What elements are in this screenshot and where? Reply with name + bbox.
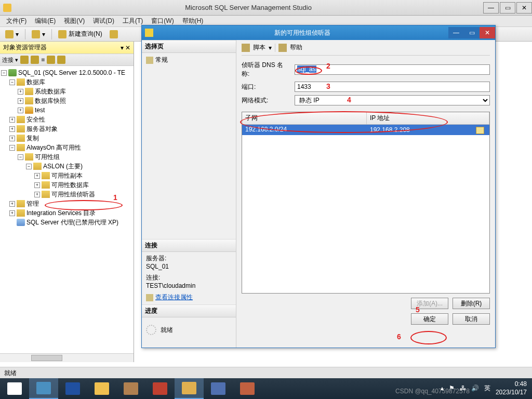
tree-aslon[interactable]: ASLON (主要): [43, 162, 83, 171]
close-button[interactable]: ✕: [516, 2, 532, 14]
expand-icon[interactable]: −: [9, 79, 15, 85]
folder-icon: [17, 144, 25, 151]
folder-icon: [42, 172, 50, 179]
page-icon: [146, 57, 153, 64]
expand-icon[interactable]: −: [18, 154, 23, 160]
connect-dropdown[interactable]: 连接 ▾: [2, 56, 18, 64]
add-button[interactable]: 添加(A)...: [411, 298, 448, 309]
dialog-titlebar[interactable]: 新的可用性组侦听器 — ▭ ✕: [142, 25, 495, 40]
dialog-minimize-button[interactable]: —: [448, 27, 464, 38]
connection-label: 连接:: [146, 273, 232, 282]
new-query-button[interactable]: 新建查询(N): [55, 29, 105, 39]
tree-test-db[interactable]: test: [35, 107, 45, 114]
toolbar-forward[interactable]: ▾: [29, 29, 48, 39]
server-value: SQL_01: [146, 263, 232, 270]
subnet-row[interactable]: 192.168.2.0/24 192.168.2.208: [242, 125, 489, 135]
folder-icon: [42, 191, 50, 198]
status-ready: 就绪: [4, 369, 17, 377]
dialog-icon: [145, 29, 153, 37]
taskbar-file-explorer[interactable]: [87, 378, 116, 399]
help-button[interactable]: 帮助: [290, 43, 302, 52]
subnet-column-header[interactable]: 子网: [242, 112, 367, 124]
ok-button[interactable]: 确定: [411, 313, 448, 325]
tree-security[interactable]: 安全性: [26, 115, 45, 124]
expand-icon[interactable]: +: [9, 117, 15, 123]
expand-icon[interactable]: +: [9, 136, 15, 141]
object-explorer-tree[interactable]: −SQL_01 (SQL Server 12.0.5000.0 - TE −数据…: [0, 66, 134, 353]
expand-icon[interactable]: +: [9, 201, 15, 207]
dns-name-input[interactable]: sql_as: [295, 64, 490, 75]
tree-integration[interactable]: Integration Services 目录: [26, 209, 96, 218]
tree-sql-agent[interactable]: SQL Server 代理(已禁用代理 XP): [26, 218, 118, 227]
menu-debug[interactable]: 调试(D): [89, 16, 118, 26]
tree-db-snapshot[interactable]: 数据库快照: [35, 97, 66, 105]
tray-date[interactable]: 2023/10/17: [496, 389, 527, 397]
tree-ag-databases[interactable]: 可用性数据库: [51, 181, 89, 190]
agent-icon: [17, 219, 25, 226]
expand-icon[interactable]: −: [1, 70, 7, 76]
tree-sys-db[interactable]: 系统数据库: [35, 87, 66, 96]
object-explorer-titlebar: 对象资源管理器 ▾ ✕: [0, 42, 134, 54]
menu-file[interactable]: 文件(F): [2, 16, 31, 26]
new-query-label: 新建查询(N): [69, 30, 102, 38]
expand-icon[interactable]: −: [26, 164, 32, 169]
taskbar-config[interactable]: [116, 378, 145, 399]
folder-icon: [17, 78, 25, 86]
network-mode-select[interactable]: 静态 IP: [295, 95, 490, 105]
tree-ag-group[interactable]: 可用性组: [35, 153, 60, 162]
tree-server-root[interactable]: SQL_01 (SQL Server 12.0.5000.0 - TE: [18, 69, 125, 76]
edit-row-icon[interactable]: [476, 127, 484, 134]
minimize-button[interactable]: —: [483, 2, 499, 14]
maximize-button[interactable]: ▭: [500, 2, 515, 14]
cancel-button[interactable]: 取消: [453, 313, 490, 325]
script-button[interactable]: 脚本: [253, 43, 265, 52]
tree-alwayson[interactable]: AlwaysOn 高可用性: [26, 143, 81, 152]
toolbar-open[interactable]: [107, 29, 121, 39]
taskbar-server-manager[interactable]: [29, 378, 58, 399]
remove-button[interactable]: 删除(R): [453, 298, 490, 309]
start-button[interactable]: [0, 378, 29, 399]
port-input[interactable]: [295, 82, 490, 92]
expand-icon[interactable]: −: [9, 145, 15, 151]
tree-management[interactable]: 管理: [26, 200, 39, 208]
menu-edit[interactable]: 编辑(E): [31, 16, 60, 26]
taskbar-misc2[interactable]: [233, 378, 262, 399]
taskbar-ssms[interactable]: [175, 378, 204, 399]
taskbar-toolbox[interactable]: [145, 378, 175, 399]
tray-volume-icon[interactable]: 🔊: [471, 384, 479, 393]
panel-close-icon[interactable]: ✕: [125, 44, 130, 51]
folder-icon: [25, 97, 33, 104]
expand-icon[interactable]: +: [9, 210, 15, 216]
tree-replicas[interactable]: 可用性副本: [51, 171, 83, 180]
oe-icon-1[interactable]: [20, 56, 29, 64]
scrollbar-thumb[interactable]: [31, 355, 62, 361]
tray-ime[interactable]: 英: [484, 384, 490, 393]
dialog-maximize-button[interactable]: ▭: [464, 27, 480, 38]
oe-refresh-icon[interactable]: [47, 56, 55, 64]
horizontal-scrollbar[interactable]: [0, 353, 134, 362]
dialog-close-button[interactable]: ✕: [480, 27, 495, 38]
watermark: CSDN @qq_40759872578: [395, 388, 470, 395]
tray-time[interactable]: 0:48: [496, 380, 527, 389]
expand-icon[interactable]: +: [34, 182, 40, 188]
expand-icon[interactable]: +: [18, 108, 23, 113]
panel-dropdown-icon[interactable]: ▾: [121, 44, 124, 51]
taskbar-powershell[interactable]: [58, 378, 87, 399]
tree-server-objects[interactable]: 服务器对象: [26, 125, 58, 134]
expand-icon[interactable]: +: [34, 173, 40, 179]
expand-icon[interactable]: +: [34, 192, 40, 197]
oe-filter-icon[interactable]: [57, 56, 65, 64]
menu-view[interactable]: 视图(V): [60, 16, 89, 26]
tree-databases[interactable]: 数据库: [26, 78, 45, 87]
oe-icon-2[interactable]: [31, 56, 39, 64]
ip-column-header[interactable]: IP 地址: [367, 112, 489, 124]
tree-replication[interactable]: 复制: [26, 134, 39, 143]
expand-icon[interactable]: +: [18, 98, 23, 104]
expand-icon[interactable]: +: [18, 89, 23, 95]
view-connection-properties-link[interactable]: 查看连接属性: [155, 293, 193, 302]
tree-listeners[interactable]: 可用性组侦听器: [51, 190, 95, 199]
page-general[interactable]: 常规: [155, 56, 168, 64]
expand-icon[interactable]: +: [9, 126, 15, 132]
taskbar-misc1[interactable]: [204, 378, 233, 399]
toolbar-back[interactable]: ▾: [2, 29, 22, 39]
